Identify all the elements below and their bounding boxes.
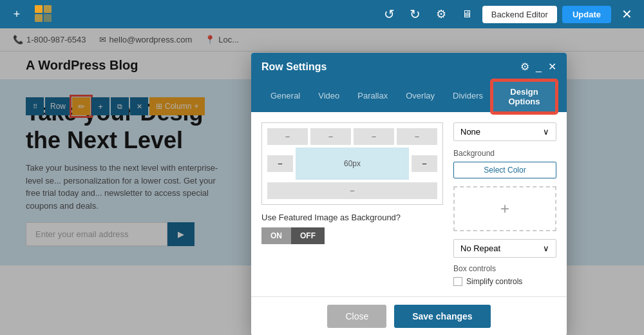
featured-image-label: Use Featured Image as Background? <box>261 213 443 222</box>
select-color-button[interactable]: Select Color <box>453 162 556 178</box>
tab-overlay[interactable]: Overlay <box>397 81 444 112</box>
modal-header: Row Settings ⚙ _ ✕ <box>251 53 567 81</box>
modal-header-icons: ⚙ _ ✕ <box>520 61 556 73</box>
plus-icon: + <box>500 200 509 218</box>
settings-button[interactable]: ⚙ <box>431 4 451 24</box>
close-button[interactable]: Close <box>327 305 386 328</box>
box-controls-label: Box controls <box>453 264 556 273</box>
modal-footer: Close Save changes <box>251 296 567 335</box>
update-button[interactable]: Update <box>562 6 611 23</box>
spacing-cell-tl[interactable]: − <box>267 128 308 145</box>
redo-button[interactable]: ↻ <box>405 4 426 24</box>
modal-settings-icon[interactable]: ⚙ <box>520 61 529 73</box>
tab-video[interactable]: Video <box>309 81 348 112</box>
svg-rect-0 <box>35 5 43 13</box>
toggle-on-button[interactable]: ON <box>261 227 291 244</box>
spacing-cell-ml[interactable]: − <box>267 155 293 172</box>
modal-tabs: General Video Parallax Overlay Dividers … <box>251 81 567 112</box>
tab-design-options[interactable]: Design Options <box>492 81 556 113</box>
tab-parallax[interactable]: Parallax <box>348 81 397 112</box>
spacing-cell-mr[interactable]: − <box>412 155 437 172</box>
repeat-dropdown[interactable]: No Repeat ∨ <box>453 239 556 258</box>
spacing-diagram: − − − − − 60px − − <box>261 122 443 205</box>
row-settings-modal: Row Settings ⚙ _ ✕ General Video Paralla… <box>251 53 567 335</box>
tab-dividers[interactable]: Dividers <box>444 81 492 112</box>
toolbar-left: + <box>6 3 374 26</box>
spacing-cell-bl[interactable]: − <box>267 182 437 199</box>
undo-button[interactable]: ↺ <box>379 4 400 24</box>
none-dropdown[interactable]: None ∨ <box>453 122 556 141</box>
app-logo <box>32 3 55 26</box>
svg-rect-1 <box>44 5 52 13</box>
modal-left-panel: − − − − − 60px − − <box>261 122 443 286</box>
modal-minimize-button[interactable]: _ <box>536 61 542 73</box>
modal-title: Row Settings <box>261 61 327 73</box>
toolbar-right: ↺ ↻ ⚙ 🖥 Backend Editor Update ✕ <box>379 4 638 24</box>
display-button[interactable]: 🖥 <box>457 4 477 24</box>
toggle-row: ON OFF <box>261 227 443 244</box>
svg-rect-3 <box>44 14 52 22</box>
background-image-placeholder[interactable]: + <box>453 186 556 231</box>
svg-rect-2 <box>35 14 43 22</box>
spacing-center-value: 60px <box>296 148 409 180</box>
backend-editor-button[interactable]: Backend Editor <box>482 6 557 23</box>
featured-image-section: Use Featured Image as Background? ON OFF <box>261 213 443 244</box>
spacing-cell-tr2[interactable]: − <box>397 128 437 145</box>
save-changes-button[interactable]: Save changes <box>394 305 490 328</box>
page-area: 📞 1-800-987-6543 ✉ hello@wordpress.com 📍… <box>0 28 644 335</box>
simplify-label: Simplify controls <box>466 277 522 286</box>
close-editor-button[interactable]: ✕ <box>616 4 638 24</box>
toggle-off-button[interactable]: OFF <box>291 227 325 244</box>
simplify-checkbox[interactable] <box>453 277 462 286</box>
modal-close-button[interactable]: ✕ <box>548 61 556 73</box>
add-element-button[interactable]: + <box>6 4 27 24</box>
spacing-cell-tc[interactable]: − <box>310 128 351 145</box>
top-toolbar: + ↺ ↻ ⚙ 🖥 Backend Editor Update ✕ <box>0 0 644 28</box>
background-label: Background <box>453 149 556 158</box>
spacing-cell-tr1[interactable]: − <box>354 128 394 145</box>
tab-general[interactable]: General <box>261 81 309 112</box>
modal-body: − − − − − 60px − − <box>251 112 567 296</box>
modal-right-panel: None ∨ Background Select Color + No Repe… <box>453 122 556 286</box>
simplify-controls-row: Simplify controls <box>453 277 556 286</box>
